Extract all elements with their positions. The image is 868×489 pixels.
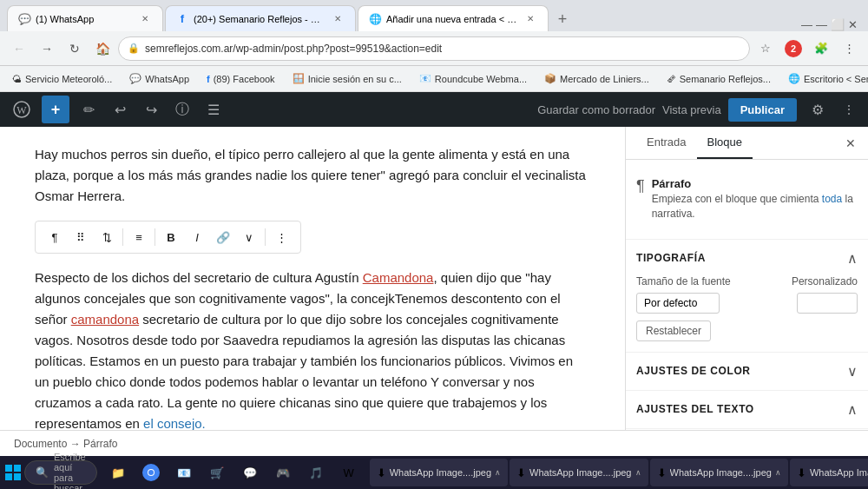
tab-wordpress-close[interactable]: ✕ [523,12,537,26]
app-container: 💬 (1) WhatsApp ✕ f (20+) Semanario Refle… [0,0,868,489]
add-block-button[interactable]: + [42,96,69,123]
bookmark-facebook[interactable]: f (89) Facebook [201,72,280,86]
browser-actions: ☆ 2 🧩 ⋮ [753,36,861,61]
file-explorer-icon[interactable]: 📁 [102,457,134,488]
link-button[interactable]: 🔗 [211,225,235,249]
bookmark-roundcube[interactable]: 📧 Roundcube Webma... [414,71,532,86]
text-header[interactable]: Ajustes del texto ∧ [636,401,858,418]
sidebar-tab-bloque[interactable]: Bloque [697,127,753,159]
settings-menu-button[interactable]: ⋮ [837,36,861,61]
italic-button[interactable]: I [185,225,209,249]
sidebar-close-button[interactable]: ✕ [840,133,861,154]
preview-link[interactable]: Vista previa [662,103,721,116]
store-icon[interactable]: 🛒 [201,457,233,488]
word-icon[interactable]: W [333,457,365,488]
mail-icon[interactable]: 📧 [168,457,200,488]
back-button[interactable]: ← [7,36,31,61]
undo-button[interactable]: ↩ [108,97,132,122]
taskbar-item-2-arrow: ∧ [635,468,641,477]
bookmark-mercado[interactable]: 📦 Mercado de Liniers... [539,71,654,86]
minimize-button[interactable]: — [801,18,812,31]
sidebar-tab-entrada[interactable]: Entrada [636,127,697,159]
tab-facebook-close[interactable]: ✕ [331,12,345,26]
new-tab-button[interactable]: + [550,7,575,31]
tab-whatsapp-close[interactable]: ✕ [138,12,152,26]
whatsapp-task-icon[interactable]: 💬 [234,457,266,488]
bookmark-whatsapp-label: WhatsApp [145,74,189,84]
tab-wordpress[interactable]: 🌐 Añadir una nueva entrada < Sem... ✕ [358,5,549,31]
svg-rect-2 [5,465,12,472]
taskbar-item-2[interactable]: ⬇ WhatsApp Image....jpeg ∧ [510,459,648,486]
bookmark-microsoft[interactable]: 🪟 Inicie sesión en su c... [287,71,407,86]
paragraph-type-button[interactable]: ¶ [43,225,67,249]
profile-button[interactable]: 2 [781,36,806,61]
wp-status-bar: Documento → Párrafo [0,430,868,456]
document-settings-button[interactable]: ⚙ [804,96,832,123]
font-size-label: Tamaño de la fuente [636,275,731,287]
pinned-apps: 📁 📧 🛒 💬 🎮 🎵 W [102,457,365,488]
bookmark-escritorio[interactable]: 🌐 Escritorio < Senan... [783,71,868,86]
bold-button[interactable]: B [159,225,183,249]
sidebar-text-section: Ajustes del texto ∧ [626,391,868,429]
spotify-icon[interactable]: 🎵 [300,457,332,488]
home-button[interactable]: 🏠 [90,36,115,61]
whatsapp-favicon: 💬 [18,13,30,25]
chrome-icon[interactable] [135,457,167,488]
block-options-button[interactable]: ⋮ [269,225,293,249]
tab-facebook[interactable]: f (20+) Semanario Reflejos - NOT... ✕ [165,5,356,31]
block-list-button[interactable]: ☰ [201,97,226,122]
color-header[interactable]: Ajustes de color ∨ [636,363,858,380]
more-rich-text-button[interactable]: ∨ [237,225,261,249]
typography-toggle-icon: ∧ [847,250,858,267]
address-bar[interactable]: 🔒 semreflejos.com.ar/wp-admin/post.php?p… [118,36,750,61]
bookmark-semanario-label: Semanario Reflejos... [680,74,771,84]
reload-button[interactable]: ↻ [62,36,87,61]
semanario-favicon: 🗞 [667,74,676,84]
svg-rect-4 [5,473,12,480]
save-draft-link[interactable]: Guardar como borrador [537,103,655,116]
move-block-button[interactable]: ⇅ [95,225,119,249]
edit-mode-button[interactable]: ✏ [76,97,101,122]
extensions-button[interactable]: 🧩 [809,36,833,61]
main-paragraph[interactable]: Respecto de los dichos del secretario de… [35,268,590,430]
font-size-select[interactable]: Por defecto [636,293,720,314]
taskbar-item-3[interactable]: ⬇ WhatsApp Image....jpeg ∧ [650,459,788,486]
wp-area: W + ✏ ↩ ↪ ⓘ ☰ Guardar como borrador Vist… [0,92,868,456]
camandona-link[interactable]: Camandona [363,270,434,285]
bookmark-whatsapp[interactable]: 💬 WhatsApp [124,71,194,86]
close-window-button[interactable]: ✕ [848,18,858,31]
taskbar-search-box[interactable]: 🔍 Escribe aquí para buscar [24,460,97,485]
block-desc-highlight: toda [822,193,842,205]
tab-whatsapp-label: (1) WhatsApp [36,14,133,24]
forward-button[interactable]: → [35,36,59,61]
more-options-button[interactable]: ⋮ [838,96,859,123]
restore-button[interactable]: — [816,18,827,31]
tab-whatsapp[interactable]: 💬 (1) WhatsApp ✕ [7,5,163,31]
publish-button[interactable]: Publicar [728,98,797,122]
taskbar-item-2-label: WhatsApp Image....jpeg [529,467,631,478]
redo-button[interactable]: ↪ [139,97,163,122]
download-icon-4: ⬇ [797,466,806,479]
taskbar-item-1[interactable]: ⬇ WhatsApp Image....jpeg ∧ [370,459,508,486]
bookmark-semanario[interactable]: 🗞 Semanario Reflejos... [661,72,776,86]
info-button[interactable]: ⓘ [170,97,194,122]
tab-bar: 💬 (1) WhatsApp ✕ f (20+) Semanario Refle… [0,0,868,31]
typography-header[interactable]: Tipografía ∧ [636,250,858,267]
editor-content[interactable]: Hay muchos perros sin dueño, el típico p… [0,127,625,430]
plus-icon: + [51,101,61,119]
drag-handle-button[interactable]: ⠿ [69,225,93,249]
facebook-bm-favicon: f [207,74,210,84]
reset-typography-button[interactable]: Restablecer [636,320,711,341]
start-button[interactable] [3,457,23,488]
maximize-button[interactable]: ⬜ [831,18,845,31]
wp-logo[interactable]: W [9,96,35,122]
camandona-underline: camandona [71,312,139,327]
download-icon-1: ⬇ [377,466,386,479]
bookmark-button[interactable]: ☆ [753,36,778,61]
taskbar-item-4[interactable]: ⬇ WhatsApp Image....jpeg ∧ [790,459,868,486]
custom-font-size-input[interactable] [797,293,858,314]
align-button[interactable]: ≡ [127,225,151,249]
text-toggle-icon: ∧ [847,401,858,418]
bookmark-weather[interactable]: 🌤 Servicio Meteoroló... [7,72,117,86]
game-icon[interactable]: 🎮 [267,457,299,488]
